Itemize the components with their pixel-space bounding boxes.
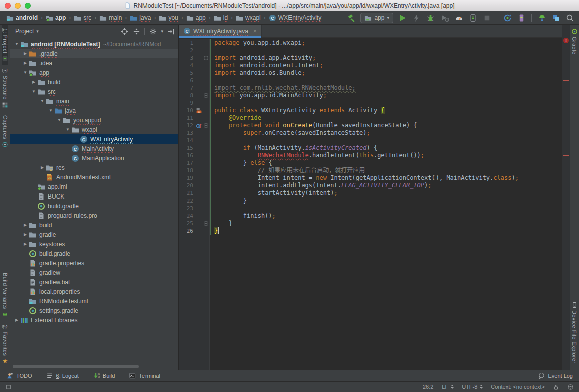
hide-button[interactable]: [167, 27, 175, 36]
close-window-button[interactable]: [5, 3, 11, 9]
breadcrumb-item-id[interactable]: id: [213, 14, 229, 22]
profile-button[interactable]: [440, 13, 450, 23]
tree-row-res[interactable]: ▶res: [10, 163, 178, 172]
project-panel-title[interactable]: Project: [15, 28, 34, 35]
collapse-button[interactable]: [132, 27, 141, 36]
tree-row-gradle[interactable]: ▶gradle: [10, 230, 178, 239]
overrides-method-icon[interactable]: [195, 122, 203, 129]
tree-row-buck[interactable]: BUCK: [10, 191, 178, 201]
tree-row-build[interactable]: ▶build: [10, 220, 178, 230]
hammer-button[interactable]: [346, 13, 356, 23]
lightning-button[interactable]: [411, 13, 421, 23]
breadcrumb-item-java[interactable]: java: [129, 14, 152, 22]
breadcrumb-item-app[interactable]: app: [185, 14, 207, 22]
tree-collapse-arrow-icon[interactable]: ▼: [13, 42, 20, 46]
tree-row-keystores[interactable]: ▶keystores: [10, 239, 178, 249]
tree-collapse-arrow-icon[interactable]: ▼: [22, 70, 29, 75]
caret-position[interactable]: 26:2: [423, 384, 433, 390]
chevron-down-icon[interactable]: ▾: [36, 29, 39, 34]
event-log-button[interactable]: Event Log: [538, 372, 573, 379]
tree-row-settings.gradle[interactable]: settings.gradle: [10, 306, 178, 315]
inspection-status-icon[interactable]: !: [563, 38, 569, 43]
tree-expand-arrow-icon[interactable]: ▶: [22, 51, 29, 56]
tree-collapse-arrow-icon[interactable]: ▼: [56, 118, 63, 122]
stripe-button-device-file-explorer[interactable]: Device File Explorer: [571, 298, 578, 367]
lock-icon[interactable]: [553, 384, 559, 390]
run-configuration-select[interactable]: app▾: [360, 13, 393, 23]
tree-collapse-arrow-icon[interactable]: ▼: [30, 89, 37, 94]
tree-row-androidmanifest.xml[interactable]: <>AndroidManifest.xml: [10, 172, 178, 182]
tree-row-.idea[interactable]: ▶.idea: [10, 58, 178, 68]
context-widget[interactable]: Context: <no context>: [491, 384, 545, 390]
stripe-button-1-project[interactable]: 1: Project: [2, 25, 8, 65]
breadcrumb-item-main[interactable]: main: [98, 14, 123, 22]
fold-marker-icon[interactable]: [203, 123, 209, 128]
breadcrumb-item-wxentryactivity[interactable]: CWXEntryActivity: [268, 14, 322, 22]
fold-marker-icon[interactable]: [203, 221, 209, 226]
tree-row-app.iml[interactable]: app.iml: [10, 182, 178, 191]
breadcrumb-item-src[interactable]: src: [73, 14, 92, 22]
play-button[interactable]: [397, 13, 407, 23]
tree-collapse-arrow-icon[interactable]: ▼: [47, 108, 54, 113]
breadcrumb-item-android[interactable]: android: [5, 14, 39, 22]
tree-row-you.app.id[interactable]: ▼you.app.id: [10, 115, 178, 125]
horizontal-scrollbar[interactable]: [13, 365, 139, 368]
code-editor[interactable]: 12345678910<>111213141516171819202122232…: [179, 38, 562, 370]
tree-row-external-libraries[interactable]: ▶External Libraries: [10, 315, 178, 325]
tree-row-rnmoduletest.iml[interactable]: RNModuleTest.iml: [10, 296, 178, 306]
tree-row-build.gradle[interactable]: build.gradle: [10, 201, 178, 211]
close-tab-icon[interactable]: ×: [253, 28, 257, 35]
tree-row-mainactivity[interactable]: CMainActivity: [10, 144, 178, 153]
minimize-window-button[interactable]: [15, 3, 21, 9]
sdk-button[interactable]: [537, 13, 547, 23]
attach-button[interactable]: [468, 13, 478, 23]
tab-wxentryactivity[interactable]: C WXEntryActivity.java ×: [179, 25, 262, 37]
tree-collapse-arrow-icon[interactable]: ▼: [64, 127, 71, 132]
highlighting-level-icon[interactable]: [567, 384, 574, 390]
tree-row-src[interactable]: ▼src: [10, 87, 178, 96]
tree-expand-arrow-icon[interactable]: ▶: [39, 165, 46, 170]
toolwindow-toggle-icon[interactable]: [5, 384, 12, 390]
zoom-window-button[interactable]: [25, 3, 31, 9]
sync-button[interactable]: [502, 13, 512, 23]
stripe-button-build-variants[interactable]: Build Variants: [2, 269, 8, 321]
tree-collapse-arrow-icon[interactable]: ▼: [39, 99, 46, 103]
tree-row-build[interactable]: ▶build: [10, 77, 178, 87]
gear-button[interactable]: [149, 27, 157, 36]
breadcrumb-item-you[interactable]: you: [158, 14, 179, 22]
tree-row-.gradle[interactable]: ▶.gradle: [10, 49, 178, 58]
toolwindow-button-terminal[interactable]: Terminal: [129, 372, 160, 379]
stripe-button-gradle[interactable]: Gradle: [571, 25, 578, 58]
tree-row-proguard-rules.pro[interactable]: proguard-rules.pro: [10, 211, 178, 220]
fold-marker-icon[interactable]: [203, 93, 209, 98]
error-stripe-mark[interactable]: [563, 80, 569, 81]
breadcrumb-item-wxapi[interactable]: wxapi: [235, 14, 262, 22]
bug-button[interactable]: [425, 13, 436, 23]
tree-row-wxapi[interactable]: ▼wxapi: [10, 125, 178, 134]
tree-row-gradlew[interactable]: gradlew: [10, 268, 178, 277]
toolwindow-button-build[interactable]: 0110Build: [93, 372, 115, 379]
fold-marker-icon[interactable]: [203, 56, 209, 60]
tree-expand-arrow-icon[interactable]: ▶: [22, 61, 29, 65]
error-stripe-mark[interactable]: [563, 155, 569, 156]
avd-button[interactable]: [516, 13, 526, 23]
toolwindow-button-6-logcat[interactable]: 6: Logcat: [46, 372, 79, 379]
tree-row-build.gradle[interactable]: build.gradle: [10, 249, 178, 258]
stripe-button-captures[interactable]: Captures: [2, 112, 8, 151]
locate-button[interactable]: [120, 27, 129, 36]
tree-row-java[interactable]: ▼java: [10, 106, 178, 115]
tree-expand-arrow-icon[interactable]: ▶: [13, 318, 20, 322]
line-separator-widget[interactable]: LF: [442, 384, 454, 390]
tree-expand-arrow-icon[interactable]: ▶: [30, 80, 37, 84]
encoding-widget[interactable]: UTF-8: [462, 384, 483, 390]
breadcrumb-item-app[interactable]: app: [45, 14, 67, 22]
tree-row-gradle.properties[interactable]: gradle.properties: [10, 258, 178, 268]
toolwindow-button-todo[interactable]: TODO: [6, 372, 32, 379]
tree-expand-arrow-icon[interactable]: ▶: [22, 232, 29, 237]
tree-row-main[interactable]: ▼main: [10, 96, 178, 106]
tree-row-app[interactable]: ▼app: [10, 68, 178, 77]
tree-row-android-rnmoduletest-[interactable]: ▼android [RNModuleTest]~/Documents/RNMod: [10, 39, 178, 49]
stripe-button-7-structure[interactable]: 7: Structure: [2, 65, 8, 112]
tree-row-local.properties[interactable]: local.properties: [10, 287, 178, 296]
tree-row-gradlew.bat[interactable]: gradlew.bat: [10, 277, 178, 287]
